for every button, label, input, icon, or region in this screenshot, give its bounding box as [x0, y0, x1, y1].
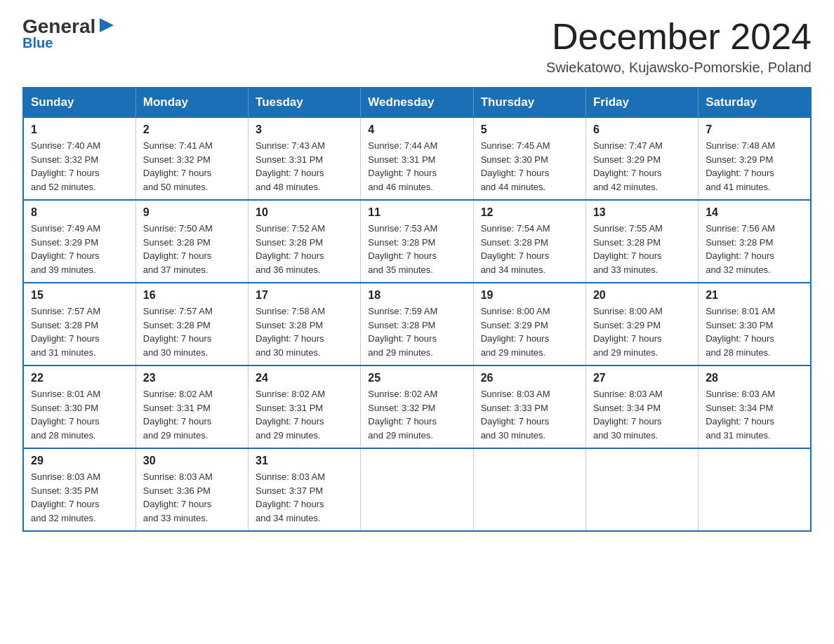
day-cell-7: 7 Sunrise: 7:48 AM Sunset: 3:29 PM Dayli…	[699, 117, 811, 200]
empty-cell-w4d5	[585, 448, 698, 531]
logo-general: General	[22, 17, 95, 36]
day-info-15: Sunrise: 7:57 AM Sunset: 3:28 PM Dayligh…	[31, 304, 128, 359]
day-cell-26: 26 Sunrise: 8:03 AM Sunset: 3:33 PM Dayl…	[473, 365, 585, 448]
day-number-4: 4	[368, 123, 465, 136]
day-number-20: 20	[593, 289, 691, 302]
day-info-21: Sunrise: 8:01 AM Sunset: 3:30 PM Dayligh…	[706, 304, 803, 359]
day-number-12: 12	[481, 206, 578, 219]
header-sunday: Sunday	[23, 88, 135, 117]
day-cell-4: 4 Sunrise: 7:44 AM Sunset: 3:31 PM Dayli…	[361, 117, 473, 200]
day-number-7: 7	[706, 123, 803, 136]
day-info-3: Sunrise: 7:43 AM Sunset: 3:31 PM Dayligh…	[256, 139, 353, 194]
day-cell-16: 16 Sunrise: 7:57 AM Sunset: 3:28 PM Dayl…	[135, 283, 248, 365]
day-cell-1: 1 Sunrise: 7:40 AM Sunset: 3:32 PM Dayli…	[23, 117, 135, 200]
day-info-5: Sunrise: 7:45 AM Sunset: 3:30 PM Dayligh…	[481, 139, 578, 194]
day-info-10: Sunrise: 7:52 AM Sunset: 3:28 PM Dayligh…	[256, 222, 353, 276]
day-cell-18: 18 Sunrise: 7:59 AM Sunset: 3:28 PM Dayl…	[361, 283, 473, 365]
day-info-27: Sunrise: 8:03 AM Sunset: 3:34 PM Dayligh…	[593, 387, 691, 442]
day-cell-31: 31 Sunrise: 8:03 AM Sunset: 3:37 PM Dayl…	[249, 448, 361, 531]
day-number-21: 21	[706, 289, 803, 302]
week-row-2: 8 Sunrise: 7:49 AM Sunset: 3:29 PM Dayli…	[23, 200, 811, 283]
day-cell-13: 13 Sunrise: 7:55 AM Sunset: 3:28 PM Dayl…	[585, 200, 698, 283]
day-number-15: 15	[31, 289, 128, 302]
day-info-6: Sunrise: 7:47 AM Sunset: 3:29 PM Dayligh…	[593, 139, 691, 194]
day-number-6: 6	[593, 123, 691, 136]
day-info-16: Sunrise: 7:57 AM Sunset: 3:28 PM Dayligh…	[143, 304, 241, 359]
empty-cell-w4d6	[699, 448, 811, 531]
day-cell-17: 17 Sunrise: 7:58 AM Sunset: 3:28 PM Dayl…	[249, 283, 361, 365]
day-cell-9: 9 Sunrise: 7:50 AM Sunset: 3:28 PM Dayli…	[135, 200, 248, 283]
day-cell-20: 20 Sunrise: 8:00 AM Sunset: 3:29 PM Dayl…	[585, 283, 698, 365]
week-row-3: 15 Sunrise: 7:57 AM Sunset: 3:28 PM Dayl…	[23, 283, 811, 365]
day-number-14: 14	[706, 206, 803, 219]
logo: General Blue	[22, 17, 117, 51]
day-cell-23: 23 Sunrise: 8:02 AM Sunset: 3:31 PM Dayl…	[135, 365, 248, 448]
day-number-30: 30	[143, 455, 241, 467]
week-row-1: 1 Sunrise: 7:40 AM Sunset: 3:32 PM Dayli…	[23, 117, 811, 200]
day-number-5: 5	[481, 123, 578, 136]
day-cell-21: 21 Sunrise: 8:01 AM Sunset: 3:30 PM Dayl…	[699, 283, 811, 365]
day-cell-8: 8 Sunrise: 7:49 AM Sunset: 3:29 PM Dayli…	[23, 200, 135, 283]
day-info-13: Sunrise: 7:55 AM Sunset: 3:28 PM Dayligh…	[593, 222, 691, 276]
day-cell-2: 2 Sunrise: 7:41 AM Sunset: 3:32 PM Dayli…	[135, 117, 248, 200]
day-number-29: 29	[31, 455, 128, 467]
day-cell-28: 28 Sunrise: 8:03 AM Sunset: 3:34 PM Dayl…	[699, 365, 811, 448]
day-info-18: Sunrise: 7:59 AM Sunset: 3:28 PM Dayligh…	[368, 304, 465, 359]
day-info-25: Sunrise: 8:02 AM Sunset: 3:32 PM Dayligh…	[368, 387, 465, 442]
day-cell-12: 12 Sunrise: 7:54 AM Sunset: 3:28 PM Dayl…	[473, 200, 585, 283]
day-cell-6: 6 Sunrise: 7:47 AM Sunset: 3:29 PM Dayli…	[585, 117, 698, 200]
day-cell-24: 24 Sunrise: 8:02 AM Sunset: 3:31 PM Dayl…	[249, 365, 361, 448]
svg-marker-0	[100, 18, 114, 32]
empty-cell-w4d4	[473, 448, 585, 531]
day-info-19: Sunrise: 8:00 AM Sunset: 3:29 PM Dayligh…	[481, 304, 578, 359]
day-number-26: 26	[481, 372, 578, 384]
day-info-1: Sunrise: 7:40 AM Sunset: 3:32 PM Dayligh…	[31, 139, 128, 194]
day-number-28: 28	[706, 372, 803, 384]
day-cell-30: 30 Sunrise: 8:03 AM Sunset: 3:36 PM Dayl…	[135, 448, 248, 531]
day-number-19: 19	[481, 289, 578, 302]
calendar-table: Sunday Monday Tuesday Wednesday Thursday…	[22, 87, 812, 532]
day-number-23: 23	[143, 372, 241, 384]
empty-cell-w4d3	[361, 448, 473, 531]
header-monday: Monday	[135, 88, 248, 117]
day-info-12: Sunrise: 7:54 AM Sunset: 3:28 PM Dayligh…	[481, 222, 578, 276]
month-title: December 2024	[546, 17, 812, 57]
day-cell-3: 3 Sunrise: 7:43 AM Sunset: 3:31 PM Dayli…	[249, 117, 361, 200]
day-info-17: Sunrise: 7:58 AM Sunset: 3:28 PM Dayligh…	[256, 304, 353, 359]
header-saturday: Saturday	[699, 88, 811, 117]
logo-arrow-icon	[97, 15, 117, 35]
header-thursday: Thursday	[473, 88, 585, 117]
day-number-13: 13	[593, 206, 691, 219]
day-number-8: 8	[31, 206, 128, 219]
day-number-3: 3	[256, 123, 353, 136]
day-info-29: Sunrise: 8:03 AM Sunset: 3:35 PM Dayligh…	[31, 470, 128, 525]
logo-blue: Blue	[22, 35, 53, 51]
day-number-10: 10	[256, 206, 353, 219]
header-wednesday: Wednesday	[361, 88, 473, 117]
day-number-16: 16	[143, 289, 241, 302]
day-cell-10: 10 Sunrise: 7:52 AM Sunset: 3:28 PM Dayl…	[249, 200, 361, 283]
page-header: General Blue December 2024 Swiekatowo, K…	[22, 17, 812, 76]
week-row-4: 22 Sunrise: 8:01 AM Sunset: 3:30 PM Dayl…	[23, 365, 811, 448]
day-cell-15: 15 Sunrise: 7:57 AM Sunset: 3:28 PM Dayl…	[23, 283, 135, 365]
day-number-25: 25	[368, 372, 465, 384]
day-info-7: Sunrise: 7:48 AM Sunset: 3:29 PM Dayligh…	[706, 139, 803, 194]
day-info-28: Sunrise: 8:03 AM Sunset: 3:34 PM Dayligh…	[706, 387, 803, 442]
day-info-14: Sunrise: 7:56 AM Sunset: 3:28 PM Dayligh…	[706, 222, 803, 276]
day-cell-19: 19 Sunrise: 8:00 AM Sunset: 3:29 PM Dayl…	[473, 283, 585, 365]
day-number-9: 9	[143, 206, 241, 219]
day-cell-14: 14 Sunrise: 7:56 AM Sunset: 3:28 PM Dayl…	[699, 200, 811, 283]
day-info-9: Sunrise: 7:50 AM Sunset: 3:28 PM Dayligh…	[143, 222, 241, 276]
day-number-24: 24	[256, 372, 353, 384]
day-number-31: 31	[256, 455, 353, 467]
day-info-22: Sunrise: 8:01 AM Sunset: 3:30 PM Dayligh…	[31, 387, 128, 442]
day-number-18: 18	[368, 289, 465, 302]
header-friday: Friday	[585, 88, 698, 117]
day-info-24: Sunrise: 8:02 AM Sunset: 3:31 PM Dayligh…	[256, 387, 353, 442]
day-number-2: 2	[143, 123, 241, 136]
day-info-11: Sunrise: 7:53 AM Sunset: 3:28 PM Dayligh…	[368, 222, 465, 276]
week-row-5: 29 Sunrise: 8:03 AM Sunset: 3:35 PM Dayl…	[23, 448, 811, 531]
day-info-26: Sunrise: 8:03 AM Sunset: 3:33 PM Dayligh…	[481, 387, 578, 442]
day-number-17: 17	[256, 289, 353, 302]
weekday-header-row: Sunday Monday Tuesday Wednesday Thursday…	[23, 88, 811, 117]
